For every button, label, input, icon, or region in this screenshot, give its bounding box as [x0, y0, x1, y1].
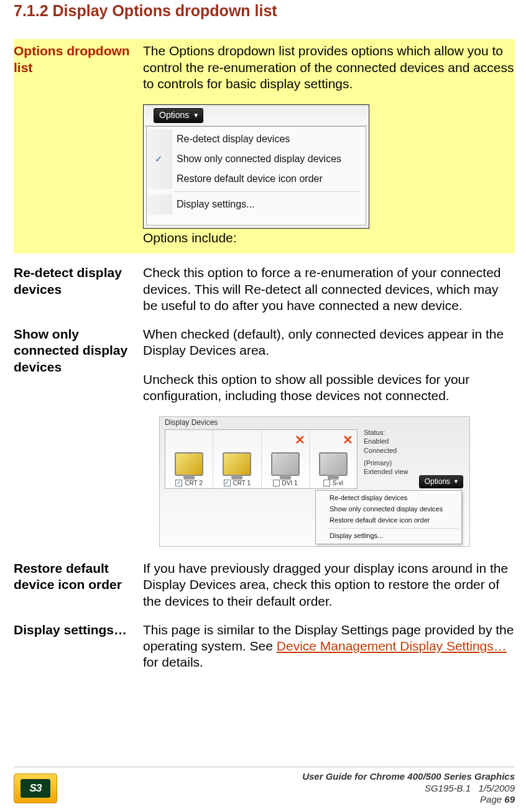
menu-item-showonly[interactable]: ✓ Show only connected display devices [147, 149, 366, 169]
options-button[interactable]: Options ▼ [154, 108, 203, 123]
check-icon: ✓ [147, 149, 172, 169]
menu-item-label: Display settings... [172, 198, 254, 211]
menu-item-label: Show only connected display devices [172, 153, 341, 165]
screenshot-display-devices: Display Devices ✓CRT 2 ✓CRT 1 ✕ [159, 416, 470, 547]
disconnected-icon: ✕ [295, 434, 305, 446]
panel-title: Display Devices [165, 418, 218, 427]
device-svideo[interactable]: ✕ S-vi [310, 430, 357, 488]
menu-item-displaysettings[interactable]: Display settings... [147, 194, 366, 214]
footer-page-label: Page [480, 794, 504, 805]
menu-gutter-icon [147, 169, 172, 189]
definition-table: Options dropdown list The Options dropdo… [14, 39, 515, 683]
menu-item-redetect[interactable]: Re-detect display devices [147, 129, 366, 149]
footer-docinfo: SG195-B.1 1/5/2009 [302, 783, 515, 795]
chevron-down-icon: ▼ [193, 112, 199, 119]
device-crt2[interactable]: ✓CRT 2 [165, 430, 213, 488]
status-title: Status: [364, 428, 466, 437]
footer-page: Page 69 [302, 794, 515, 806]
options-include-label: Options include: [143, 230, 515, 246]
options-button[interactable]: Options ▼ [419, 475, 463, 488]
chevron-down-icon: ▼ [453, 478, 459, 485]
device-label: CRT 2 [185, 480, 203, 488]
term-showonly: Show only connected display devices [14, 327, 127, 374]
options-button-label: Options [159, 110, 189, 121]
s3-logo-text: S3 [21, 779, 50, 798]
menu-item-label: Re-detect display devices [172, 133, 290, 145]
device-label: DVI 1 [282, 480, 298, 488]
options-menu: Re-detect display devices ✓ Show only co… [146, 126, 366, 226]
menu-item-redetect[interactable]: Re-detect display devices [316, 493, 461, 504]
device-dvi1[interactable]: ✕ DVI 1 [262, 430, 310, 488]
checkbox-icon[interactable] [273, 480, 280, 486]
status-line: Enabled [364, 437, 466, 445]
term-options-dropdown: Options dropdown list [14, 43, 130, 74]
menu-separator [327, 528, 459, 529]
device-crt1[interactable]: ✓CRT 1 [213, 430, 261, 488]
menu-gutter-icon [147, 129, 172, 149]
device-label: S-vi [333, 480, 343, 488]
menu-gutter-icon [147, 194, 172, 214]
disconnected-icon: ✕ [343, 434, 353, 446]
device-label: CRT 1 [233, 480, 251, 488]
options-menu: Re-detect display devices Show only conn… [315, 490, 462, 544]
desc-display-settings: This page is similar to the Display Sett… [143, 622, 515, 671]
footer-docid: SG195-B.1 [425, 783, 471, 793]
desc-showonly-2: Uncheck this option to show all possible… [143, 372, 515, 404]
options-button-label: Options [425, 477, 450, 486]
status-box: Status: Enabled Connected (Primary) Exte… [364, 428, 466, 476]
term-display-settings: Display settings… [14, 623, 127, 637]
monitor-icon [175, 452, 203, 476]
monitor-icon [223, 452, 251, 476]
s3-logo: S3 [14, 773, 57, 803]
term-restore: Restore default device icon order [14, 561, 122, 591]
monitor-icon [271, 452, 300, 476]
checkbox-icon[interactable]: ✓ [224, 480, 231, 486]
footer-title: User Guide for Chrome 400/500 Series Gra… [302, 771, 515, 783]
menu-item-restore[interactable]: Restore default device icon order [147, 169, 366, 189]
footer-date: 1/5/2009 [479, 783, 515, 793]
desc-restore: If you have previously dragged your disp… [143, 560, 515, 609]
section-heading: 7.1.2 Display Options dropdown list [14, 1, 515, 21]
menu-item-restore[interactable]: Restore default device icon order [316, 515, 461, 526]
checkbox-icon[interactable]: ✓ [175, 480, 182, 486]
desc-redetect: Check this option to force a re-enumerat… [143, 265, 515, 314]
checkbox-icon[interactable] [323, 480, 330, 486]
link-device-management-display-settings[interactable]: Device Management Display Settings… [277, 639, 507, 653]
menu-item-label: Restore default device icon order [172, 173, 323, 185]
desc-display-settings-post: for details. [143, 655, 203, 669]
screenshot-options-menu: Options ▼ Re-detect display devices ✓ Sh… [143, 104, 369, 229]
menu-item-showonly[interactable]: Show only connected display devices [316, 504, 461, 515]
status-line: (Primary) [364, 458, 466, 467]
monitor-icon [319, 452, 348, 476]
device-area: ✓CRT 2 ✓CRT 1 ✕ DVI 1 ✕ [165, 429, 358, 489]
menu-item-displaysettings[interactable]: Display settings... [316, 531, 461, 542]
menu-separator [174, 191, 361, 192]
options-dropdown-intro: The Options dropdown list provides optio… [143, 43, 515, 92]
status-line: Connected [364, 446, 466, 455]
page-footer: S3 User Guide for Chrome 400/500 Series … [14, 767, 515, 806]
footer-page-number: 69 [504, 794, 515, 805]
term-redetect: Re-detect display devices [14, 265, 122, 296]
desc-showonly-1: When checked (default), only connected d… [143, 326, 515, 359]
